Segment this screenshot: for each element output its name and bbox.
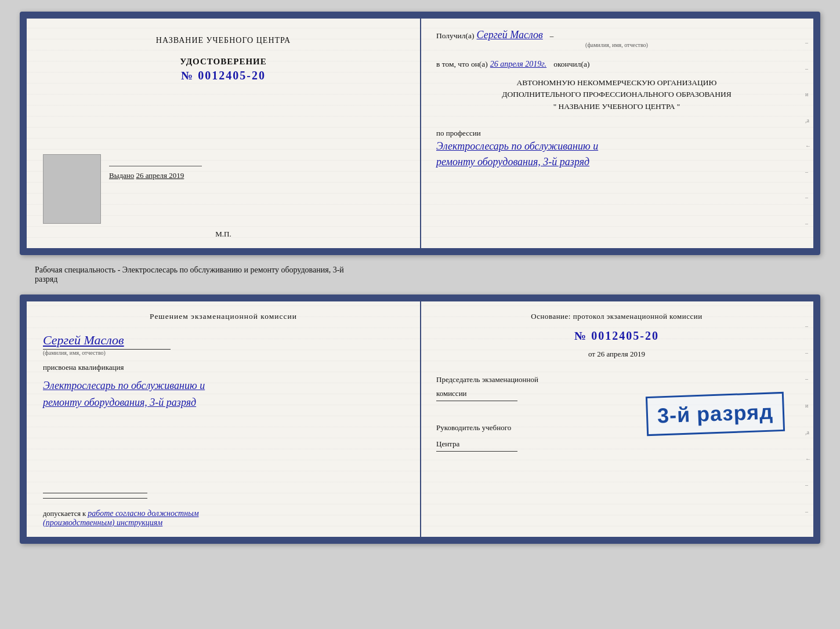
received-dash: – — [550, 31, 554, 40]
qual-text-block: Электрослесарь по обслуживанию и ремонту… — [43, 377, 404, 410]
top-org-name: НАЗВАНИЕ УЧЕБНОГО ЦЕНТРА — [43, 36, 404, 45]
mp-label: М.П. — [215, 230, 231, 239]
org-line1: АВТОНОМНУЮ НЕКОММЕРЧЕСКУЮ ОРГАНИЗАЦИЮ — [436, 77, 797, 89]
label-between-text: Рабочая специальность - Электрослесарь п… — [35, 266, 344, 283]
bottom-cert-right-panel: Основание: протокол экзаменационной коми… — [420, 301, 813, 537]
profession-line2: ремонту оборудования, 3-й разряд — [436, 155, 797, 169]
ot-date-block: от 26 апреля 2019 — [436, 350, 797, 359]
bottom-cert-left-panel: Решением экзаменационной комиссии Сергей… — [27, 301, 420, 537]
bottom-edge-back: ← — [805, 456, 811, 462]
ot-date: 26 апреля 2019 — [597, 350, 645, 358]
edge-mark-dash4: – — [805, 195, 811, 201]
top-cert-right-panel: Получил(а) Сергей Маслов – (фамилия, имя… — [420, 19, 813, 248]
bottom-edge-dash2: – — [805, 350, 811, 356]
top-cert-left-panel: НАЗВАНИЕ УЧЕБНОГО ЦЕНТРА УДОСТОВЕРЕНИЕ №… — [27, 19, 420, 248]
edge-mark-dash2: – — [805, 66, 811, 72]
signature-line-1 — [43, 493, 147, 493]
qual-line1: Электрослесарь по обслуживанию и — [43, 378, 404, 394]
centra-label: Центра — [436, 439, 797, 449]
signature-lines-block — [43, 483, 404, 499]
bottom-certificate-card: Решением экзаменационной комиссии Сергей… — [20, 294, 820, 544]
edge-mark-dash5: – — [805, 221, 811, 227]
dopusk-prefix: допускается к — [43, 510, 86, 518]
stamp-text: 3-й разряд — [657, 400, 773, 428]
profession-line1: Электрослесарь по обслуживанию и — [436, 139, 797, 154]
edge-mark-dash1: – — [805, 40, 811, 46]
dopusk-text2: (производственным) инструкциям — [43, 518, 162, 527]
top-certificate-card: НАЗВАНИЕ УЧЕБНОГО ЦЕНТРА УДОСТОВЕРЕНИЕ №… — [20, 12, 820, 255]
fio-label-bottom: (фамилия, имя, отчество) — [43, 350, 404, 356]
bottom-edge-dash4: – — [805, 482, 811, 488]
dopusk-block: допускается к работе согласно должностны… — [43, 509, 404, 528]
fio-label-top: (фамилия, имя, отчество) — [436, 42, 797, 48]
photo-placeholder — [43, 154, 101, 224]
signature-line-2 — [43, 498, 147, 499]
issued-label: Выдано — [109, 171, 134, 180]
bottom-edge-i: и — [805, 403, 811, 409]
person-name-block: Сергей Маслов (фамилия, имя, отчество) — [43, 330, 404, 356]
org-line2: ДОПОЛНИТЕЛЬНОГО ПРОФЕССИОНАЛЬНОГО ОБРАЗО… — [436, 89, 797, 100]
issued-date: 26 апреля 2019 — [136, 171, 184, 180]
edge-mark-a: ,а — [805, 118, 811, 123]
protocol-number: № 0012405-20 — [574, 329, 659, 342]
received-line: Получил(а) Сергей Маслов – (фамилия, имя… — [436, 29, 797, 48]
edge-mark-back: ← — [805, 143, 811, 149]
vtom-prefix: в том, что он(а) — [436, 60, 488, 68]
edge-mark-dash3: – — [805, 169, 811, 175]
received-prefix: Получил(а) — [436, 31, 475, 40]
issued-line: Выдано 26 апреля 2019 — [109, 171, 404, 180]
decision-title: Решением экзаменационной комиссии — [43, 312, 404, 321]
edge-mark-i: и — [805, 92, 811, 97]
po-professii: по профессии — [436, 129, 797, 138]
osnование-text: Основание: протокол экзаменационной коми… — [436, 312, 797, 321]
right-edge-marks: – – и ,а ← – – – — [805, 30, 811, 237]
rukovoditel-sig-line — [436, 451, 517, 452]
assigned-qual-label: присвоена квалификация — [43, 363, 404, 372]
protocol-prefix: № — [574, 329, 587, 342]
cert-number: № 0012405-20 — [180, 69, 267, 82]
org-block: АВТОНОМНУЮ НЕКОММЕРЧЕСКУЮ ОРГАНИЗАЦИЮ ДО… — [436, 77, 797, 112]
received-name: Сергей Маслов — [477, 29, 543, 41]
predsedatel-label: Председатель экзаменационной — [436, 375, 797, 384]
vtom-date: 26 апреля 2019г. — [490, 60, 546, 68]
bottom-edge-dash1: – — [805, 323, 811, 329]
person-name-big: Сергей Маслов — [43, 333, 404, 348]
qual-line2: ремонту оборудования, 3-й разряд — [43, 395, 404, 410]
label-between-cards: Рабочая специальность - Электрослесарь п… — [35, 266, 344, 284]
vtom-line-block: в том, что он(а) 26 апреля 2019г. окончи… — [436, 59, 797, 69]
bottom-edge-a: ,а — [805, 430, 811, 435]
cert-number-value: 0012405-20 — [198, 69, 266, 82]
bottom-right-edge-marks: – – – и ,а ← – – — [805, 313, 811, 525]
bottom-edge-dash3: – — [805, 376, 811, 382]
stamp: 3-й разряд — [646, 392, 785, 436]
vtom-suffix: окончил(а) — [553, 60, 589, 68]
left-bottom-text: Выдано 26 апреля 2019 — [109, 148, 404, 180]
org-name-quotes: " НАЗВАНИЕ УЧЕБНОГО ЦЕНТРА " — [436, 101, 797, 112]
protocol-number-value: 0012405-20 — [591, 329, 659, 342]
dopusk-text1: работе согласно должностным — [88, 509, 198, 518]
bottom-edge-dash5: – — [805, 509, 811, 515]
cert-number-prefix: № — [181, 69, 194, 82]
cert-title: УДОСТОВЕРЕНИЕ — [180, 57, 267, 67]
predsedatel-sig-line — [436, 401, 517, 401]
protocol-number-block: № 0012405-20 — [436, 329, 797, 343]
profession-block: по профессии Электрослесарь по обслужива… — [436, 124, 797, 169]
ot-prefix: от — [588, 350, 595, 358]
